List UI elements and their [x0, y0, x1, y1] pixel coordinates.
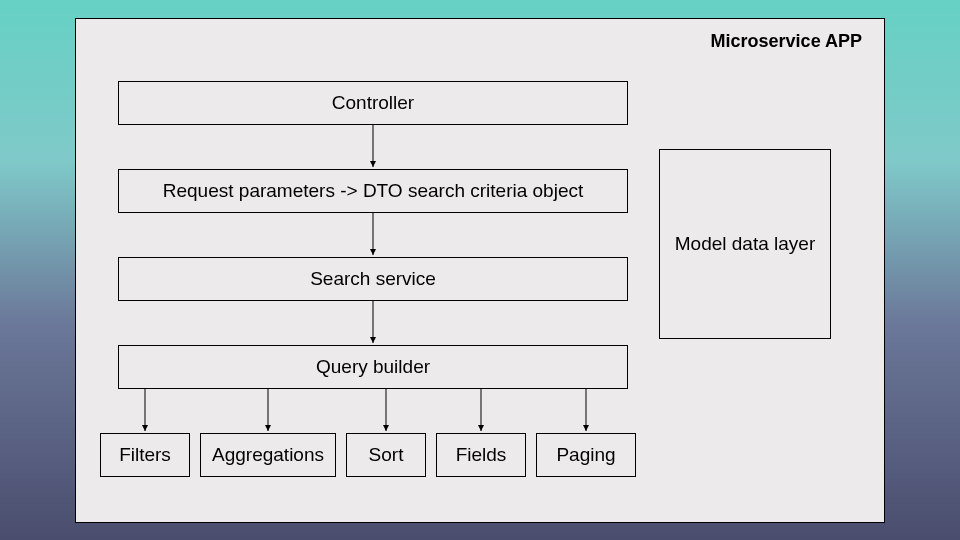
diagram-panel: Microservice APP Controller Request para… — [75, 18, 885, 523]
box-dto: Request parameters -> DTO search criteri… — [118, 169, 628, 213]
box-aggregations: Aggregations — [200, 433, 336, 477]
box-fields: Fields — [436, 433, 526, 477]
box-controller: Controller — [118, 81, 628, 125]
box-filters: Filters — [100, 433, 190, 477]
box-paging: Paging — [536, 433, 636, 477]
diagram-title: Microservice APP — [711, 31, 862, 52]
box-search: Search service — [118, 257, 628, 301]
box-sort: Sort — [346, 433, 426, 477]
box-model-data-layer: Model data layer — [659, 149, 831, 339]
box-query: Query builder — [118, 345, 628, 389]
